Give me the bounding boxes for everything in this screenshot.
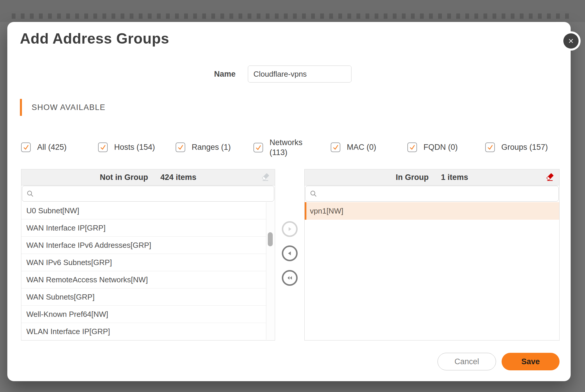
list-item[interactable]: WAN Interface IP[GRP] xyxy=(21,219,266,237)
checkbox[interactable] xyxy=(253,143,263,152)
check-icon xyxy=(23,144,30,151)
check-icon xyxy=(487,144,494,151)
list-scrollbar-track[interactable] xyxy=(266,202,275,340)
filter-label: MAC (0) xyxy=(347,143,376,152)
section-label: SHOW AVAILABLE xyxy=(32,103,106,112)
arrow-right-icon xyxy=(287,226,293,232)
filter-checkbox-item: Ranges (1) xyxy=(176,142,231,152)
panel-title: In Group xyxy=(396,173,428,182)
check-icon xyxy=(99,144,107,151)
double-arrow-left-icon xyxy=(287,275,293,281)
checkbox[interactable] xyxy=(407,142,417,152)
move-right-button[interactable] xyxy=(282,221,298,237)
close-button[interactable] xyxy=(563,33,579,49)
filter-label: FQDN (0) xyxy=(423,143,458,152)
search-icon xyxy=(26,190,34,197)
filter-checkbox-item: MAC (0) xyxy=(331,142,376,152)
dialog-title: Add Address Groups xyxy=(20,30,169,47)
close-icon xyxy=(567,37,575,45)
clear-selection-button[interactable] xyxy=(260,172,271,183)
checkbox[interactable] xyxy=(331,142,340,152)
cancel-button[interactable]: Cancel xyxy=(438,353,496,370)
list-item[interactable]: WAN RemoteAccess Networks[NW] xyxy=(21,271,266,288)
filter-label: Ranges (1) xyxy=(192,143,231,152)
add-address-groups-dialog: Add Address Groups Name SHOW AVAILABLE A… xyxy=(7,22,571,381)
eraser-icon xyxy=(261,173,270,182)
filter-label: Groups (157) xyxy=(501,143,548,152)
filter-label: Hosts (154) xyxy=(114,143,155,152)
search-input[interactable] xyxy=(34,186,274,202)
check-icon xyxy=(332,144,339,151)
selected-list-item[interactable]: vpn1[NW] xyxy=(305,202,559,220)
panel-item-count: 424 items xyxy=(160,173,196,182)
not-in-group-list: U0 Subnet[NW]WAN Interface IP[GRP]WAN In… xyxy=(21,202,266,340)
in-group-header: In Group 1 items xyxy=(305,169,559,185)
save-button[interactable]: Save xyxy=(502,353,560,370)
list-item[interactable]: U0 Subnet[NW] xyxy=(21,202,266,219)
arrow-left-icon xyxy=(287,250,293,257)
not-in-group-search xyxy=(22,186,274,202)
checkbox[interactable] xyxy=(176,142,185,152)
checkbox[interactable] xyxy=(98,142,108,152)
panel-title: Not in Group xyxy=(100,173,148,182)
checkbox[interactable] xyxy=(485,142,495,152)
list-item[interactable]: WAN Interface IPv6 Addresses[GRP] xyxy=(21,237,266,254)
show-available-section: SHOW AVAILABLE xyxy=(20,99,106,116)
backdrop-blurred-content xyxy=(12,13,573,19)
not-in-group-header: Not in Group 424 items xyxy=(21,169,275,185)
check-icon xyxy=(255,144,262,151)
check-icon xyxy=(177,144,184,151)
eraser-icon xyxy=(545,173,554,182)
name-field-label: Name xyxy=(189,70,236,79)
filter-checkbox-item: Hosts (154) xyxy=(98,142,155,152)
not-in-group-panel: Not in Group 424 items xyxy=(21,169,275,341)
in-group-list: vpn1[NW] xyxy=(305,202,559,340)
filter-label: Networks (113) xyxy=(270,138,307,158)
panel-item-count: 1 items xyxy=(441,173,468,182)
list-item[interactable]: WAN IPv6 Subnets[GRP] xyxy=(21,254,266,271)
filter-checkbox-item: Networks (113) xyxy=(253,138,307,158)
filter-checkbox-item: FQDN (0) xyxy=(407,142,458,152)
filter-label: All (425) xyxy=(37,143,67,152)
name-input[interactable] xyxy=(248,66,351,82)
clear-group-button[interactable] xyxy=(545,172,555,183)
section-accent-bar xyxy=(20,99,22,116)
list-item[interactable]: WLAN Interface IP[GRP] xyxy=(21,323,266,340)
move-left-button[interactable] xyxy=(282,245,298,261)
filter-checkbox-item: Groups (157) xyxy=(485,142,548,152)
check-icon xyxy=(409,144,416,151)
filter-checkbox-item: All (425) xyxy=(21,142,67,152)
move-all-left-button[interactable] xyxy=(282,270,298,286)
list-item[interactable]: Well-Known Pref64[NW] xyxy=(21,306,266,323)
list-item[interactable]: WAN Subnets[GRP] xyxy=(21,288,266,306)
checkbox[interactable] xyxy=(21,142,31,152)
in-group-search xyxy=(305,186,559,202)
search-icon xyxy=(310,190,317,197)
search-input[interactable] xyxy=(317,186,558,202)
list-scrollbar-thumb[interactable] xyxy=(268,232,273,246)
in-group-panel: In Group 1 items xyxy=(304,169,560,341)
